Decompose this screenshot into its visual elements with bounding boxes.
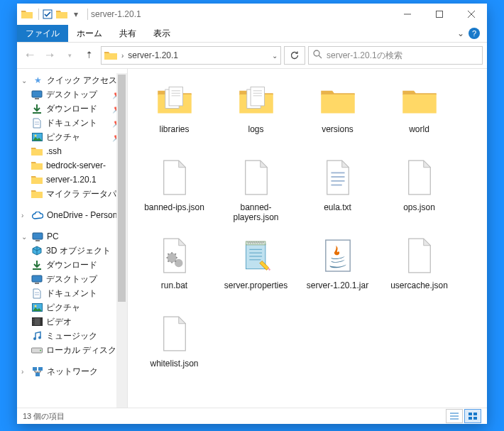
3d-icon bbox=[31, 245, 43, 256]
folder-icon bbox=[152, 79, 197, 121]
chevron-down-icon[interactable]: ⌄ bbox=[21, 233, 28, 241]
file-icon bbox=[152, 157, 197, 200]
sidebar-item[interactable]: bedrock-server- bbox=[17, 158, 127, 173]
recent-locations-dropdown[interactable]: ▾ bbox=[61, 47, 78, 64]
file-pane[interactable]: librarieslogsversionsworldbanned-ips.jso… bbox=[128, 69, 487, 408]
folder-icon bbox=[315, 79, 361, 121]
tab-home[interactable]: ホーム bbox=[68, 25, 111, 42]
qat-newfolder-icon[interactable] bbox=[56, 9, 67, 20]
sidebar-item[interactable]: ミュージック bbox=[17, 329, 127, 343]
file-label: usercache.json bbox=[390, 280, 448, 290]
svg-point-32 bbox=[40, 349, 41, 351]
file-item[interactable]: banned-players.json bbox=[215, 156, 297, 234]
file-item[interactable]: logs bbox=[215, 77, 297, 156]
sidebar-quick-access[interactable]: ⌄ ★ クイック アクセス bbox=[17, 73, 127, 87]
chevron-right-icon[interactable]: › bbox=[21, 368, 28, 376]
nav-row: 🠐 🠒 ▾ 🠑 › server-1.20.1 ⌄ server-1.20.1の… bbox=[17, 43, 487, 69]
svg-rect-41 bbox=[469, 417, 472, 420]
svg-point-28 bbox=[33, 323, 33, 324]
sidebar-item[interactable]: .ssh bbox=[17, 144, 127, 158]
folder-icon bbox=[31, 160, 43, 171]
desktop-icon bbox=[31, 89, 43, 100]
address-dropdown-icon[interactable]: ⌄ bbox=[272, 52, 278, 60]
sidebar-item[interactable]: ピクチャ bbox=[17, 300, 127, 315]
chevron-down-icon[interactable]: ⌄ bbox=[21, 77, 28, 84]
sidebar-item[interactable]: ダウンロード📌 bbox=[17, 102, 127, 116]
sidebar-pc[interactable]: ⌄ PC bbox=[17, 229, 127, 244]
file-item[interactable]: usercache.json bbox=[378, 234, 460, 312]
file-icon bbox=[152, 235, 197, 278]
close-button[interactable] bbox=[455, 4, 487, 25]
download-icon bbox=[31, 259, 43, 271]
sidebar-item[interactable]: ダウンロード bbox=[17, 258, 127, 272]
cloud-icon bbox=[32, 209, 43, 221]
tab-view[interactable]: 表示 bbox=[145, 25, 179, 42]
file-label: banned-ips.json bbox=[144, 202, 204, 212]
download-icon bbox=[31, 103, 43, 114]
sidebar-item[interactable]: マイクラ データパッ bbox=[17, 187, 127, 201]
file-item[interactable]: run.bat bbox=[133, 234, 215, 312]
pictures-icon bbox=[31, 131, 43, 143]
ribbon-help[interactable]: ⌄ ? bbox=[449, 25, 487, 42]
tab-file[interactable]: ファイル bbox=[17, 25, 68, 42]
nav-pane[interactable]: ⌄ ★ クイック アクセス デスクトップ📌ダウンロード📌ドキュメント📌ピクチャ📌… bbox=[17, 69, 128, 408]
svg-point-30 bbox=[38, 337, 41, 339]
file-item[interactable]: versions bbox=[297, 77, 378, 156]
sidebar-item[interactable]: ドキュメント📌 bbox=[17, 116, 127, 130]
document-icon bbox=[31, 117, 43, 129]
sidebar-item[interactable]: デスクトップ📌 bbox=[17, 87, 127, 102]
svg-rect-18 bbox=[35, 283, 39, 284]
sidebar-item[interactable]: ローカル ディスク (C bbox=[17, 343, 127, 357]
address-bar[interactable]: › server-1.20.1 ⌄ bbox=[101, 46, 281, 65]
svg-rect-7 bbox=[32, 91, 42, 97]
forward-button[interactable]: 🠒 bbox=[41, 47, 58, 64]
minimize-button[interactable] bbox=[391, 4, 423, 25]
folder-small-icon bbox=[21, 9, 33, 20]
file-item[interactable]: banned-ips.json bbox=[133, 156, 215, 234]
file-label: server-1.20.1.jar bbox=[307, 280, 368, 290]
sidebar-item[interactable]: 3D オブジェクト bbox=[17, 244, 127, 258]
desktop-icon bbox=[31, 273, 43, 285]
refresh-button[interactable] bbox=[284, 46, 305, 65]
titlebar[interactable]: ▾ server-1.20.1 bbox=[17, 4, 487, 25]
file-item[interactable]: libraries bbox=[133, 77, 215, 156]
file-item[interactable]: ops.json bbox=[378, 156, 460, 234]
file-item[interactable]: world bbox=[378, 77, 460, 156]
file-item[interactable]: whitelist.json bbox=[133, 312, 215, 390]
sidebar-item[interactable]: server-1.20.1 bbox=[17, 173, 127, 187]
chevron-right-icon[interactable]: › bbox=[21, 212, 28, 219]
svg-rect-42 bbox=[473, 417, 477, 420]
svg-point-29 bbox=[33, 337, 36, 340]
sidebar-item[interactable]: ピクチャ📌 bbox=[17, 130, 127, 144]
sidebar-network[interactable]: › ネットワーク bbox=[17, 364, 127, 378]
search-input[interactable]: server-1.20.1の検索 bbox=[308, 46, 483, 65]
sidebar-item[interactable]: ドキュメント bbox=[17, 286, 127, 300]
file-icon bbox=[152, 313, 197, 356]
sidebar-onedrive[interactable]: › OneDrive - Person bbox=[17, 208, 127, 222]
back-button[interactable]: 🠐 bbox=[21, 47, 38, 64]
file-item[interactable]: server-1.20.1.jar bbox=[297, 234, 378, 312]
sidebar-item[interactable]: ビデオ bbox=[17, 315, 127, 329]
folder-icon bbox=[31, 146, 43, 157]
file-item[interactable]: server.properties bbox=[215, 234, 297, 312]
file-item[interactable]: eula.txt bbox=[297, 156, 378, 234]
sidebar-scrollbar[interactable] bbox=[116, 73, 127, 408]
svg-point-22 bbox=[34, 305, 36, 307]
help-icon[interactable]: ? bbox=[469, 28, 480, 39]
explorer-window: ▾ server-1.20.1 ファイル ホーム 共有 表示 ⌄ ? 🠐 🠒 ▾… bbox=[17, 4, 487, 424]
sidebar-item[interactable]: デスクトップ bbox=[17, 272, 127, 286]
file-icon bbox=[315, 235, 361, 278]
svg-point-5 bbox=[314, 50, 319, 56]
maximize-button[interactable] bbox=[423, 4, 455, 25]
svg-rect-17 bbox=[32, 275, 42, 282]
svg-point-13 bbox=[34, 135, 36, 137]
breadcrumb-chevron-icon[interactable]: › bbox=[121, 52, 124, 60]
breadcrumb[interactable]: server-1.20.1 bbox=[128, 50, 268, 60]
view-large-icons-button[interactable] bbox=[464, 409, 481, 423]
up-button[interactable]: 🠑 bbox=[81, 47, 98, 64]
qat-dropdown-icon[interactable]: ▾ bbox=[70, 9, 82, 20]
qat-properties-icon[interactable] bbox=[42, 9, 53, 20]
view-details-button[interactable] bbox=[446, 409, 463, 423]
tab-share[interactable]: 共有 bbox=[111, 25, 145, 42]
file-label: world bbox=[409, 124, 429, 134]
